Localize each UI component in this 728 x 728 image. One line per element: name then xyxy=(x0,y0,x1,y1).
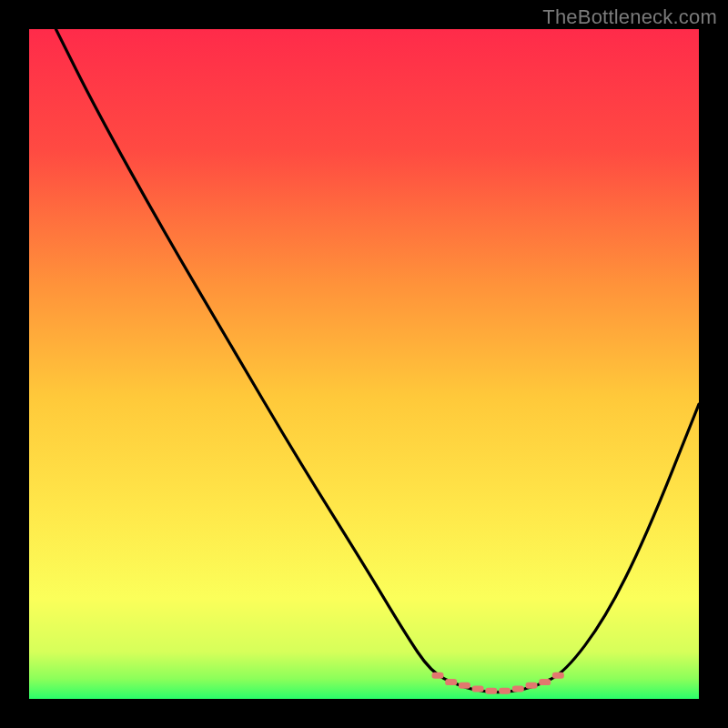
optimal-marker xyxy=(432,672,444,679)
optimal-marker xyxy=(512,686,524,693)
optimal-marker xyxy=(552,672,564,679)
chart-svg xyxy=(29,29,699,699)
optimal-marker xyxy=(539,679,551,685)
chart-plot-area xyxy=(29,29,699,699)
optimal-marker xyxy=(472,686,484,693)
gradient-background xyxy=(29,29,699,699)
optimal-marker xyxy=(485,688,497,694)
optimal-marker xyxy=(445,679,457,685)
optimal-marker xyxy=(459,682,470,689)
optimal-marker xyxy=(526,682,538,689)
watermark-text: TheBottleneck.com xyxy=(542,5,717,29)
optimal-marker xyxy=(499,688,511,694)
